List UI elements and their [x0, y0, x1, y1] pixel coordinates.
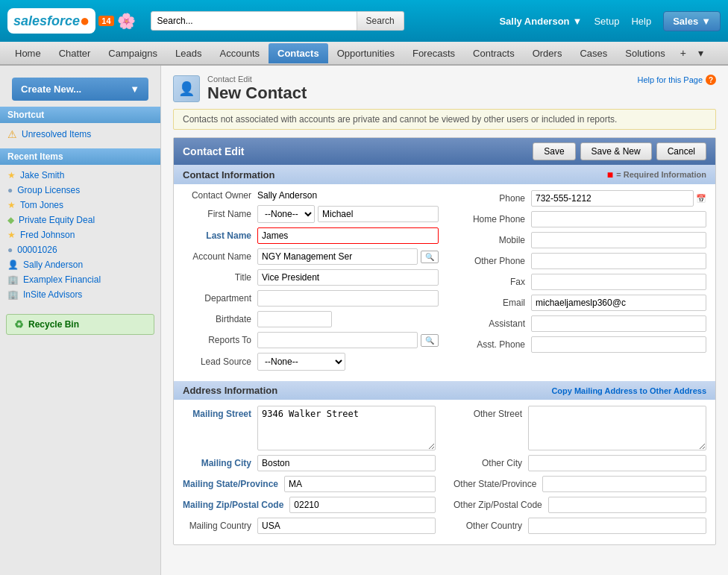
breadcrumb-left: 👤 Contact Edit New Contact: [173, 75, 307, 103]
nav-leads[interactable]: Leads: [166, 43, 210, 63]
lead-source-select[interactable]: --None-- Web Phone Inquiry Partner Refer…: [257, 353, 345, 371]
recent-00001026[interactable]: ● 00001026: [0, 242, 160, 257]
nav-orders[interactable]: Orders: [524, 43, 571, 63]
phone-input[interactable]: [531, 190, 694, 207]
mailing-city-label: Mailing City: [183, 458, 257, 468]
recent-group-licenses[interactable]: ● Group Licenses: [0, 183, 160, 198]
other-state-label: Other State/Province: [454, 479, 542, 489]
mobile-input[interactable]: [531, 232, 706, 248]
mailing-zip-label: Mailing Zip/Postal Code: [183, 500, 289, 510]
other-phone-input[interactable]: [531, 253, 706, 269]
search-input[interactable]: [151, 11, 357, 31]
circle-icon: ●: [7, 245, 13, 255]
required-text: = Required Information: [616, 170, 706, 179]
mailing-city-row: Mailing City: [183, 455, 436, 471]
title-block: Contact Edit New Contact: [207, 75, 307, 103]
fax-row: Fax: [456, 274, 706, 290]
reports-to-lookup-button[interactable]: 🔍: [421, 334, 439, 347]
last-name-input[interactable]: [257, 227, 439, 244]
nav-opportunities[interactable]: Opportunities: [328, 43, 404, 63]
form-section-title: Contact Edit: [183, 145, 244, 157]
other-zip-input[interactable]: [548, 497, 706, 513]
building-icon: 🏢: [7, 274, 19, 285]
search-button[interactable]: Search: [357, 11, 404, 31]
mailing-country-input[interactable]: [257, 518, 436, 534]
recent-private-equity[interactable]: ◆ Private Equity Deal: [0, 213, 160, 227]
recent-sally-anderson[interactable]: 👤 Sally Anderson: [0, 257, 160, 272]
person-icon: 👤: [7, 260, 19, 270]
nav-more[interactable]: ▾: [692, 44, 709, 62]
other-state-input[interactable]: [542, 476, 706, 492]
mailing-state-input[interactable]: [284, 476, 436, 492]
account-lookup-button[interactable]: 🔍: [421, 251, 439, 263]
fax-input[interactable]: [531, 274, 706, 290]
create-new-button[interactable]: Create New... ▼: [12, 78, 148, 101]
department-input[interactable]: [257, 290, 439, 307]
email-input[interactable]: [531, 295, 706, 311]
contact-edit-form: Contact Edit Save Save & New Cancel Cont…: [173, 137, 716, 545]
first-name-input[interactable]: [318, 206, 439, 222]
nav-cases[interactable]: Cases: [571, 43, 616, 63]
other-city-input[interactable]: [528, 455, 706, 471]
assistant-label: Assistant: [456, 318, 531, 329]
logo-dot: ●: [80, 11, 90, 31]
nav-home[interactable]: Home: [6, 43, 50, 63]
mailing-city-input[interactable]: [257, 455, 436, 471]
save-new-button[interactable]: Save & New: [580, 142, 652, 160]
recent-item-label: Group Licenses: [17, 185, 80, 195]
mailing-country-label: Mailing Country: [183, 521, 257, 531]
nav-add[interactable]: +: [674, 44, 692, 62]
save-button[interactable]: Save: [533, 142, 575, 160]
search-area: Search: [151, 11, 404, 31]
recent-item-label: Examplex Financial: [23, 274, 101, 285]
mailing-zip-row: Mailing Zip/Postal Code: [183, 497, 436, 513]
nav-forecasts[interactable]: Forecasts: [404, 43, 464, 63]
title-input[interactable]: [257, 269, 439, 286]
home-phone-input[interactable]: [531, 211, 706, 227]
recent-tom-jones[interactable]: ★ Tom Jones: [0, 198, 160, 213]
fax-label: Fax: [456, 277, 531, 287]
nav-campaigns[interactable]: Campaigns: [99, 43, 166, 63]
setup-link[interactable]: Setup: [594, 16, 619, 27]
form-header: Contact Edit Save Save & New Cancel: [174, 138, 715, 165]
nav-chatter[interactable]: Chatter: [50, 43, 100, 63]
app-label: Sales: [673, 16, 698, 27]
help-for-page-link[interactable]: Help for this Page ?: [638, 75, 716, 85]
other-street-input[interactable]: [528, 406, 706, 450]
asst-phone-input[interactable]: [531, 336, 706, 353]
first-name-label: First Name: [183, 209, 257, 219]
recycle-bin-link[interactable]: ♻ Recycle Bin: [6, 314, 154, 335]
copy-address-link[interactable]: Copy Mailing Address to Other Address: [551, 386, 706, 395]
other-country-input[interactable]: [528, 518, 706, 534]
nav-contracts[interactable]: Contracts: [464, 43, 524, 63]
cancel-button[interactable]: Cancel: [656, 142, 706, 160]
user-dropdown[interactable]: Sally Anderson ▼: [499, 16, 582, 27]
name-prefix-select[interactable]: --None-- Mr. Ms. Dr.: [257, 205, 315, 223]
header: salesforce ● 14 🌸 Search Sally Anderson …: [0, 0, 728, 42]
create-new-arrow: ▼: [130, 84, 139, 95]
contact-info-title: Contact Information: [183, 169, 275, 180]
nav-accounts[interactable]: Accounts: [211, 43, 269, 63]
mailing-street-input[interactable]: 9346 Walker Street: [257, 406, 436, 450]
account-name-input[interactable]: [257, 248, 418, 265]
reports-to-input[interactable]: [257, 332, 418, 348]
recent-insite-advisors[interactable]: 🏢 InSite Advisors: [0, 287, 160, 302]
birthdate-input[interactable]: [257, 311, 332, 327]
recent-jake-smith[interactable]: ★ Jake Smith: [0, 168, 160, 183]
recent-examplex-financial[interactable]: 🏢 Examplex Financial: [0, 272, 160, 287]
app-switcher-button[interactable]: Sales ▼: [663, 11, 721, 31]
address-grid: Mailing Street 9346 Walker Street Mailin…: [174, 400, 715, 544]
nav-solutions[interactable]: Solutions: [616, 43, 674, 63]
recent-items-section: Recent Items ★ Jake Smith ● Group Licens…: [0, 148, 160, 302]
assistant-input[interactable]: [531, 315, 706, 332]
mailing-zip-input[interactable]: [289, 497, 436, 513]
other-state-row: Other State/Province: [454, 476, 706, 492]
help-link[interactable]: Help: [631, 16, 651, 27]
breadcrumb: Contact Edit: [207, 75, 307, 84]
nav-contacts[interactable]: Contacts: [269, 43, 328, 63]
unresolved-items-link[interactable]: ⚠ Unresolved Items: [0, 126, 160, 142]
header-right: Sally Anderson ▼ Setup Help Sales ▼: [499, 11, 721, 31]
recent-fred-johnson[interactable]: ★ Fred Johnson: [0, 227, 160, 242]
logo-area: salesforce ● 14 🌸: [7, 8, 136, 34]
app-arrow: ▼: [701, 16, 711, 27]
